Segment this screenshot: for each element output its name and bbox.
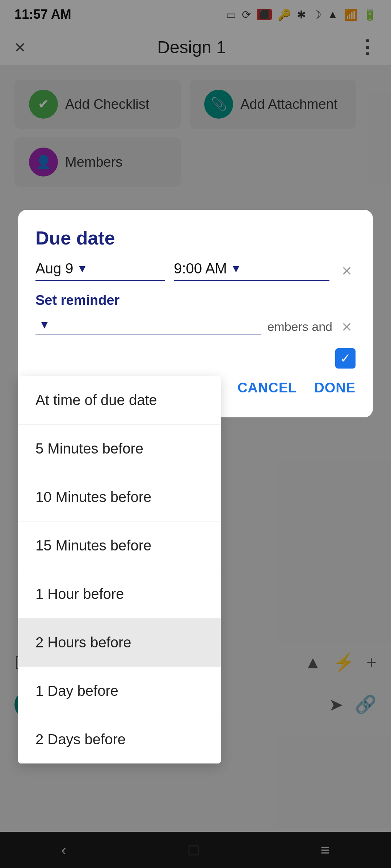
dropdown-item-3[interactable]: 15 Minutes before (18, 522, 221, 570)
date-time-row: Aug 9 ▼ 9:00 AM ▼ × (18, 260, 373, 293)
dropdown-item-0[interactable]: At time of due date (18, 376, 221, 425)
dropdown-item-5[interactable]: 2 Hours before (18, 618, 221, 667)
checkmark-icon: ✓ (340, 351, 351, 366)
date-dropdown-icon: ▼ (77, 263, 88, 275)
time-select[interactable]: 9:00 AM ▼ (174, 260, 329, 281)
time-value: 9:00 AM (174, 260, 227, 277)
cancel-button[interactable]: CANCEL (237, 380, 297, 396)
reminder-dropdown-list: At time of due date 5 Minutes before 10 … (18, 376, 221, 763)
checkbox-row: ✓ (18, 348, 373, 380)
date-value: Aug 9 (35, 260, 73, 277)
notify-checkbox[interactable]: ✓ (335, 348, 356, 369)
dropdown-item-4[interactable]: 1 Hour before (18, 570, 221, 618)
dropdown-item-2[interactable]: 10 Minutes before (18, 473, 221, 522)
done-button[interactable]: DONE (314, 380, 356, 396)
dropdown-item-1[interactable]: 5 Minutes before (18, 425, 221, 473)
reminder-clear-button[interactable]: × (338, 317, 356, 337)
dropdown-item-7[interactable]: 2 Days before (18, 715, 221, 763)
dropdown-item-6[interactable]: 1 Day before (18, 667, 221, 715)
time-dropdown-icon: ▼ (231, 263, 241, 275)
reminder-select[interactable]: ▼ (35, 319, 261, 335)
reminder-dropdown-icon: ▼ (39, 319, 50, 331)
set-reminder-label: Set reminder (18, 293, 373, 317)
reminder-row: ▼ embers and × (18, 317, 373, 348)
date-clear-button[interactable]: × (338, 261, 356, 281)
reminder-extra-text: embers and (267, 320, 332, 334)
date-select[interactable]: Aug 9 ▼ (35, 260, 165, 281)
modal-title: Due date (18, 210, 373, 260)
